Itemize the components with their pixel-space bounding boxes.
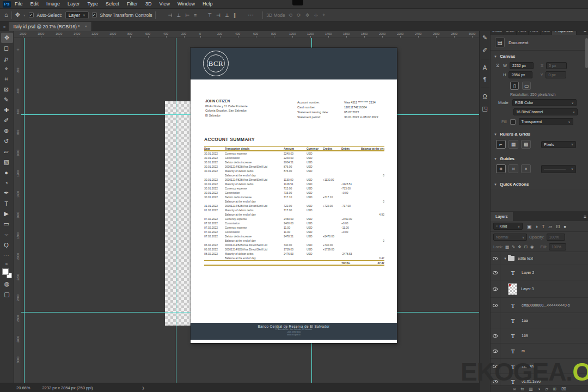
align-top-icon[interactable]: ⊤ bbox=[207, 13, 212, 18]
brush-tool[interactable]: ✐ bbox=[1, 115, 12, 126]
bit-depth-dropdown[interactable]: 16 Bits/Channel ∨ bbox=[513, 108, 578, 115]
link-layers-icon[interactable]: ∞ bbox=[513, 387, 516, 391]
landscape-orientation-button[interactable]: ▭ bbox=[522, 82, 531, 90]
history-brush-tool[interactable]: ↺ bbox=[1, 136, 12, 146]
layer-group-icon[interactable]: ▱ bbox=[545, 387, 548, 391]
panel-scrollbar[interactable] bbox=[585, 38, 588, 68]
screen-mode-icon[interactable]: ▢ bbox=[2, 289, 13, 299]
layer-row[interactable]: T169 bbox=[491, 328, 588, 344]
chevron-down-icon[interactable]: ▼ bbox=[504, 257, 507, 260]
align-left-icon[interactable]: ⊣ bbox=[168, 13, 172, 18]
menu-item-image[interactable]: Image bbox=[42, 0, 64, 8]
grid-toggle-icon[interactable]: ▦ bbox=[509, 140, 518, 149]
layer-fill-field[interactable]: 100% bbox=[549, 243, 566, 250]
color-swatches[interactable] bbox=[2, 268, 13, 279]
layer-row[interactable]: T1aa bbox=[491, 313, 588, 328]
align-middle-icon[interactable]: ⊣ bbox=[216, 13, 220, 18]
menu-item-help[interactable]: Help bbox=[199, 0, 217, 8]
filter-on-icon[interactable]: ● bbox=[564, 224, 566, 229]
close-icon[interactable]: × bbox=[84, 24, 87, 29]
layer-visibility-toggle[interactable] bbox=[491, 252, 500, 265]
quick-actions-section-header[interactable]: ▼ Quick Actions bbox=[491, 179, 588, 189]
layer-visibility-toggle[interactable] bbox=[491, 280, 500, 297]
layer-row[interactable]: ▼edite text bbox=[491, 252, 588, 265]
lock-position-icon[interactable]: ✥ bbox=[518, 244, 521, 249]
blur-tool[interactable]: ● bbox=[1, 167, 12, 177]
home-icon[interactable]: ⌂ bbox=[4, 12, 8, 18]
auto-select-checkbox[interactable]: ✓ bbox=[29, 13, 34, 17]
clear-guides-icon[interactable]: ⌖ bbox=[521, 164, 531, 173]
healing-brush-tool[interactable]: ✚ bbox=[1, 105, 12, 115]
layer-filter-dropdown[interactable]: ⌕ Kind ∨ bbox=[493, 223, 523, 230]
character-panel-icon[interactable]: A bbox=[483, 64, 487, 71]
lock-artboard-icon[interactable]: ⊡ bbox=[524, 244, 528, 249]
canvas-area[interactable]: BCR JOHN CITIZEN 89 Av Norte y 11 Calle … bbox=[21, 38, 479, 383]
move-tool[interactable]: ✥ bbox=[1, 33, 13, 43]
guide-vertical-2[interactable] bbox=[176, 38, 176, 383]
menu-item-view[interactable]: View bbox=[156, 0, 174, 8]
vertical-ruler[interactable]: 2000200400600800100012001400160018002000… bbox=[14, 38, 21, 383]
show-transform-checkbox[interactable]: ✓ bbox=[92, 13, 97, 17]
filter-adjustment-layers-icon[interactable]: ◑ bbox=[535, 224, 538, 229]
move-tool-icon[interactable]: ✥ bbox=[15, 12, 20, 18]
brush-settings-icon[interactable]: ✎ bbox=[482, 34, 487, 41]
type-tool[interactable]: T bbox=[1, 198, 12, 209]
link-dimensions-icon[interactable]: ⧖ bbox=[496, 63, 500, 69]
more-options-icon[interactable]: ⋯ bbox=[248, 12, 254, 18]
menu-item-type[interactable]: Type bbox=[84, 0, 102, 8]
menu-item-filter[interactable]: Filter bbox=[123, 0, 142, 8]
dodge-tool[interactable]: ◔ bbox=[1, 177, 12, 188]
height-field[interactable]: 2854 px bbox=[509, 71, 532, 78]
lock-transparency-icon[interactable]: ▦ bbox=[505, 244, 509, 249]
opacity-field[interactable]: 100% bbox=[547, 234, 565, 241]
clone-stamp-tool[interactable]: ⊛ bbox=[1, 126, 12, 136]
align-center-h-icon[interactable]: ⊥ bbox=[176, 13, 181, 18]
glyphs-panel-icon[interactable]: Ω bbox=[482, 93, 487, 100]
guide-style-dropdown[interactable]: ∨ bbox=[541, 165, 576, 173]
photoshop-logo-icon[interactable]: Ps bbox=[3, 1, 11, 8]
eyedropper-tool[interactable]: ✎ bbox=[1, 95, 12, 105]
fill-checkbox[interactable] bbox=[510, 119, 516, 125]
layer-visibility-toggle[interactable] bbox=[491, 298, 500, 313]
new-layer-icon[interactable]: ⊞ bbox=[553, 387, 556, 391]
panel-menu-icon[interactable]: ≡ bbox=[584, 212, 586, 221]
status-options-icon[interactable]: ❯ bbox=[142, 386, 144, 390]
rulers-toggle-icon[interactable]: ⌐ bbox=[496, 140, 506, 149]
layer-visibility-toggle[interactable] bbox=[491, 313, 500, 328]
zoom-level-field[interactable]: 20.66% bbox=[16, 385, 30, 390]
paragraph-panel-icon[interactable]: ¶ bbox=[483, 76, 487, 83]
rulers-grids-section-header[interactable]: ▼ Rulers & Grids bbox=[491, 128, 588, 139]
layer-row[interactable]: TLayer 2 bbox=[491, 265, 588, 280]
y-field[interactable]: 0 px bbox=[546, 71, 566, 78]
adjustment-layer-icon[interactable]: ◑ bbox=[538, 387, 541, 391]
edit-toolbar[interactable]: ⋯ bbox=[1, 250, 12, 260]
chevron-down-icon[interactable]: ∨ bbox=[23, 14, 26, 17]
tab-overflow-icon[interactable]: » bbox=[3, 24, 5, 29]
default-colors-icon[interactable]: ▪▫ bbox=[2, 260, 13, 267]
frame-tool[interactable]: ⊠ bbox=[1, 84, 12, 95]
layer-row[interactable]: Layer 3 bbox=[491, 280, 588, 298]
filter-type-layers-icon[interactable]: T bbox=[542, 224, 544, 229]
filter-pixel-layers-icon[interactable]: ▣ bbox=[527, 224, 531, 229]
lasso-tool[interactable]: ℘ bbox=[1, 53, 12, 64]
distribute-h-icon[interactable]: ≡ bbox=[194, 13, 197, 18]
align-right-icon[interactable]: ⊢ bbox=[185, 13, 189, 18]
layer-row[interactable]: Tcitta0000000...<<<<<<<<0 d bbox=[491, 298, 588, 313]
layer-visibility-toggle[interactable] bbox=[491, 265, 500, 280]
pixel-grid-toggle-icon[interactable]: ▩ bbox=[521, 140, 531, 149]
align-bottom-icon[interactable]: ⊥ bbox=[225, 13, 229, 18]
marquee-tool[interactable]: ◻ bbox=[1, 43, 12, 53]
menu-item-select[interactable]: Select bbox=[102, 0, 123, 8]
gradient-tool[interactable]: ▧ bbox=[1, 157, 12, 167]
layer-visibility-toggle[interactable] bbox=[491, 344, 500, 358]
filter-shape-layers-icon[interactable]: ▱ bbox=[548, 224, 552, 229]
delete-layer-icon[interactable]: ⌧ bbox=[561, 387, 566, 391]
menu-item-file[interactable]: File bbox=[11, 0, 27, 8]
path-selection-tool[interactable]: ▶ bbox=[1, 209, 12, 219]
layers-tab[interactable]: Layers bbox=[491, 212, 513, 221]
lock-all-icon[interactable]: ◉ bbox=[530, 244, 534, 249]
document-tab[interactable]: Italy id.psd @ 20.7% (RGB/16) * × bbox=[9, 22, 92, 31]
object-selection-tool[interactable]: ⌖ bbox=[1, 64, 12, 74]
x-field[interactable]: 0 px bbox=[546, 62, 567, 69]
auto-select-target-dropdown[interactable]: Layer ∨ bbox=[65, 11, 89, 19]
